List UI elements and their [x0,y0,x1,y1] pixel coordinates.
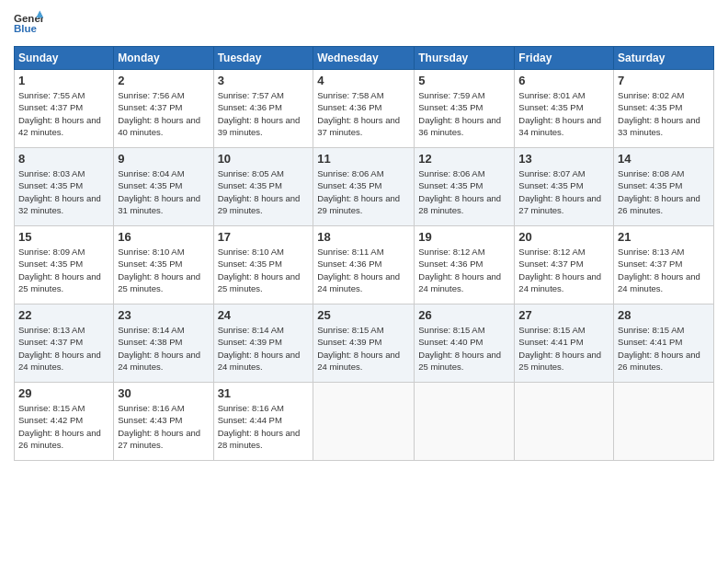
calendar-day-cell: 4 Sunrise: 7:58 AM Sunset: 4:36 PM Dayli… [313,70,415,148]
day-info: Sunrise: 8:06 AM Sunset: 4:35 PM Dayligh… [317,167,410,216]
day-info: Sunrise: 8:03 AM Sunset: 4:35 PM Dayligh… [18,167,109,216]
calendar-week-row: 29 Sunrise: 8:15 AM Sunset: 4:42 PM Dayl… [15,383,714,461]
day-info: Sunrise: 8:05 AM Sunset: 4:35 PM Dayligh… [218,167,310,216]
day-number: 18 [317,230,410,244]
calendar-day-cell: 30 Sunrise: 8:16 AM Sunset: 4:43 PM Dayl… [114,383,213,461]
day-number: 7 [618,74,710,87]
day-info: Sunrise: 8:13 AM Sunset: 4:37 PM Dayligh… [618,246,710,294]
day-info: Sunrise: 8:02 AM Sunset: 4:35 PM Dayligh… [618,89,710,138]
calendar-day-cell: 23 Sunrise: 8:14 AM Sunset: 4:38 PM Dayl… [114,304,213,383]
day-number: 9 [118,152,209,166]
day-number: 1 [18,74,109,87]
day-info: Sunrise: 8:15 AM Sunset: 4:42 PM Dayligh… [18,402,109,451]
day-number: 14 [618,152,710,166]
day-info: Sunrise: 8:15 AM Sunset: 4:41 PM Dayligh… [618,324,710,373]
calendar-day-cell: 18 Sunrise: 8:11 AM Sunset: 4:36 PM Dayl… [313,226,415,304]
day-info: Sunrise: 7:59 AM Sunset: 4:35 PM Dayligh… [418,89,510,138]
day-info: Sunrise: 8:04 AM Sunset: 4:35 PM Dayligh… [118,167,209,216]
calendar-day-cell: 14 Sunrise: 8:08 AM Sunset: 4:35 PM Dayl… [614,148,714,226]
day-info: Sunrise: 8:07 AM Sunset: 4:35 PM Dayligh… [518,167,609,216]
day-number: 15 [18,230,109,244]
day-info: Sunrise: 8:14 AM Sunset: 4:39 PM Dayligh… [218,324,310,373]
calendar-day-cell [415,383,515,461]
day-number: 17 [218,230,310,244]
calendar-day-cell: 2 Sunrise: 7:56 AM Sunset: 4:37 PM Dayli… [114,70,213,148]
day-info: Sunrise: 8:06 AM Sunset: 4:35 PM Dayligh… [418,167,510,216]
day-info: Sunrise: 8:08 AM Sunset: 4:35 PM Dayligh… [618,167,710,216]
calendar-day-cell [614,383,714,461]
day-info: Sunrise: 7:58 AM Sunset: 4:36 PM Dayligh… [317,89,410,138]
calendar-day-cell: 15 Sunrise: 8:09 AM Sunset: 4:35 PM Dayl… [15,226,114,304]
logo-icon: General Blue [14,9,43,39]
day-number: 29 [18,386,109,400]
day-info: Sunrise: 8:12 AM Sunset: 4:37 PM Dayligh… [518,246,609,294]
day-info: Sunrise: 7:56 AM Sunset: 4:37 PM Dayligh… [118,89,209,138]
calendar-day-header: Friday [515,47,614,70]
day-number: 5 [418,74,510,87]
calendar-day-header: Tuesday [213,47,313,70]
calendar-day-cell: 20 Sunrise: 8:12 AM Sunset: 4:37 PM Dayl… [515,226,614,304]
calendar-day-cell: 28 Sunrise: 8:15 AM Sunset: 4:41 PM Dayl… [614,304,714,383]
calendar-week-row: 1 Sunrise: 7:55 AM Sunset: 4:37 PM Dayli… [15,70,714,148]
calendar-day-header: Saturday [614,47,714,70]
page-container: General Blue SundayMondayTuesdayWednesda… [0,0,728,470]
logo: General Blue [14,9,43,39]
calendar-day-cell [313,383,415,461]
day-info: Sunrise: 8:15 AM Sunset: 4:40 PM Dayligh… [418,324,510,373]
calendar-day-cell: 11 Sunrise: 8:06 AM Sunset: 4:35 PM Dayl… [313,148,415,226]
day-info: Sunrise: 8:16 AM Sunset: 4:43 PM Dayligh… [118,402,209,451]
calendar-table: SundayMondayTuesdayWednesdayThursdayFrid… [14,46,714,461]
calendar-day-cell: 7 Sunrise: 8:02 AM Sunset: 4:35 PM Dayli… [614,70,714,148]
calendar-day-cell: 22 Sunrise: 8:13 AM Sunset: 4:37 PM Dayl… [15,304,114,383]
day-number: 13 [518,152,609,166]
day-number: 20 [518,230,609,244]
calendar-day-cell: 9 Sunrise: 8:04 AM Sunset: 4:35 PM Dayli… [114,148,213,226]
day-number: 27 [518,308,609,322]
day-info: Sunrise: 8:14 AM Sunset: 4:38 PM Dayligh… [118,324,209,373]
calendar-week-row: 22 Sunrise: 8:13 AM Sunset: 4:37 PM Dayl… [15,304,714,383]
calendar-day-cell: 27 Sunrise: 8:15 AM Sunset: 4:41 PM Dayl… [515,304,614,383]
day-info: Sunrise: 8:01 AM Sunset: 4:35 PM Dayligh… [518,89,609,138]
calendar-day-cell: 6 Sunrise: 8:01 AM Sunset: 4:35 PM Dayli… [515,70,614,148]
day-number: 11 [317,152,410,166]
day-number: 3 [218,74,310,87]
calendar-day-cell: 29 Sunrise: 8:15 AM Sunset: 4:42 PM Dayl… [15,383,114,461]
calendar-day-cell: 8 Sunrise: 8:03 AM Sunset: 4:35 PM Dayli… [15,148,114,226]
day-info: Sunrise: 8:16 AM Sunset: 4:44 PM Dayligh… [218,402,310,451]
calendar-day-cell: 21 Sunrise: 8:13 AM Sunset: 4:37 PM Dayl… [614,226,714,304]
day-number: 8 [18,152,109,166]
calendar-day-cell: 5 Sunrise: 7:59 AM Sunset: 4:35 PM Dayli… [415,70,515,148]
day-info: Sunrise: 7:57 AM Sunset: 4:36 PM Dayligh… [218,89,310,138]
calendar-day-cell [515,383,614,461]
day-info: Sunrise: 8:15 AM Sunset: 4:41 PM Dayligh… [518,324,609,373]
day-info: Sunrise: 8:10 AM Sunset: 4:35 PM Dayligh… [118,246,209,294]
day-info: Sunrise: 8:10 AM Sunset: 4:35 PM Dayligh… [218,246,310,294]
day-number: 10 [218,152,310,166]
calendar-day-cell: 25 Sunrise: 8:15 AM Sunset: 4:39 PM Dayl… [313,304,415,383]
day-info: Sunrise: 8:09 AM Sunset: 4:35 PM Dayligh… [18,246,109,294]
calendar-day-cell: 12 Sunrise: 8:06 AM Sunset: 4:35 PM Dayl… [415,148,515,226]
day-number: 22 [18,308,109,322]
day-number: 24 [218,308,310,322]
day-info: Sunrise: 8:12 AM Sunset: 4:36 PM Dayligh… [418,246,510,294]
day-info: Sunrise: 7:55 AM Sunset: 4:37 PM Dayligh… [18,89,109,138]
calendar-day-cell: 13 Sunrise: 8:07 AM Sunset: 4:35 PM Dayl… [515,148,614,226]
calendar-day-cell: 3 Sunrise: 7:57 AM Sunset: 4:36 PM Dayli… [213,70,313,148]
day-number: 6 [518,74,609,87]
day-number: 21 [618,230,710,244]
calendar-day-cell: 16 Sunrise: 8:10 AM Sunset: 4:35 PM Dayl… [114,226,213,304]
calendar-day-cell: 24 Sunrise: 8:14 AM Sunset: 4:39 PM Dayl… [213,304,313,383]
day-info: Sunrise: 8:13 AM Sunset: 4:37 PM Dayligh… [18,324,109,373]
calendar-week-row: 8 Sunrise: 8:03 AM Sunset: 4:35 PM Dayli… [15,148,714,226]
calendar-day-cell: 26 Sunrise: 8:15 AM Sunset: 4:40 PM Dayl… [415,304,515,383]
day-number: 16 [118,230,209,244]
calendar-header-row: SundayMondayTuesdayWednesdayThursdayFrid… [15,47,714,70]
day-number: 28 [618,308,710,322]
page-header: General Blue [14,9,714,39]
day-info: Sunrise: 8:15 AM Sunset: 4:39 PM Dayligh… [317,324,410,373]
day-number: 4 [317,74,410,87]
day-info: Sunrise: 8:11 AM Sunset: 4:36 PM Dayligh… [317,246,410,294]
svg-text:Blue: Blue [14,23,38,34]
day-number: 19 [418,230,510,244]
day-number: 25 [317,308,410,322]
